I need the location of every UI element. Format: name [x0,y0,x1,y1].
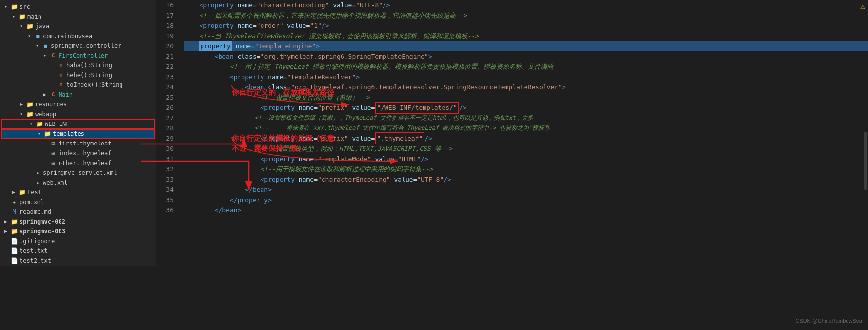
scroll-indicator[interactable] [864,132,867,190]
line-num-33: 33 [156,174,174,185]
expand-arrow: ▶ [18,100,25,109]
tree-label: webapp [35,109,156,119]
expand-arrow: ▾ [33,41,41,51]
line-num-34: 34 [156,185,174,195]
tree-item-springmvc-003[interactable]: ▶ 📁 springmvc-003 [0,227,156,236]
tree-label: haha():String [66,61,156,70]
code-line-16: <property name="characterEncoding" value… [184,0,868,10]
tree-item-index-thymeleaf[interactable]: ⊞ index.thymeleaf [0,148,156,158]
file-icon: 📄 [10,246,19,256]
line-num-24: 24 [156,82,174,92]
line-num-22: 22 [156,62,174,72]
tree-item-main[interactable]: ▾ 📁 main [0,12,156,21]
tree-label: springmvc-003 [20,227,156,236]
tree-item-main-class[interactable]: ▶ C Main [0,90,156,100]
tree-label: toIndex():String [66,80,156,90]
tree-item-java[interactable]: ▾ 📁 java [0,21,156,31]
file-icon: ✦ [33,178,42,187]
tree-item-templates[interactable]: ▾ 📁 templates [1,129,155,139]
code-line-36: </bean> [184,205,868,215]
tree-item-src[interactable]: ▾ 📁 src [0,2,156,12]
tree-item-test2-txt[interactable]: 📄 test2.txt [0,256,156,266]
folder-icon: 📁 [35,119,44,129]
tree-label: index.thymeleaf [59,148,156,158]
package-icon: ◼ [41,41,50,51]
tree-item-webapp[interactable]: ▾ 📁 webapp [0,109,156,119]
expand-arrow: ▶ [41,90,49,100]
tree-label: WEB-INF [45,119,154,129]
expand-arrow: ▾ [25,31,33,41]
expand-arrow: ▾ [18,21,25,31]
file-icon: ✦ [33,168,42,178]
line-num-31: 31 [156,154,174,164]
watermark: CSDN @ChinaRainbowSea [795,316,862,326]
line-num-23: 23 [156,72,174,82]
tree-item-gitignore[interactable]: 📄 .gitignore [0,236,156,246]
folder-icon: 📁 [10,2,19,12]
code-line-17: <!--如果配置多个视图解析器，它来决定优先使用哪个视图解析器，它的值越小优先级… [184,10,868,21]
line-numbers: 16 17 18 19 20 21 22 23 24 25 26 27 28 2… [156,0,178,330]
tree-item-pom-xml[interactable]: ✦ pom.xml [0,197,156,207]
line-num-19: 19 [156,31,174,41]
line-num-26: 26 [156,103,174,113]
line-num-16: 16 [156,0,174,10]
tree-item-com-rainbowsea[interactable]: ▾ ◼ com.rainbowsea [0,31,156,41]
annotation-prefix-text: 你自行定义的，存放模板发路径 [232,87,334,97]
tree-label: web.xml [43,178,156,187]
tree-label: java [35,21,156,31]
tree-label: templates [53,129,154,139]
tree-item-web-xml[interactable]: ✦ web.xml [0,178,156,187]
sidebar: ▾ 📁 src ▾ 📁 main ▾ 📁 java ▾ ◼ com.rainbo… [0,0,156,330]
code-line-35: </property> [184,195,868,205]
tree-item-springmvc-002[interactable]: ▶ 📁 springmvc-002 [0,217,156,227]
expand-arrow: ▶ [10,187,18,197]
tree-item-test-txt[interactable]: 📄 test.txt [0,246,156,256]
line-num-18: 18 [156,21,174,31]
file-icon: M [10,207,19,217]
tree-item-haha[interactable]: m haha():String [0,61,156,70]
tree-item-springmvc-controller[interactable]: ▾ ◼ springmvc.controller [0,41,156,51]
tree-item-web-inf[interactable]: ▾ 📁 WEB-INF [1,119,155,129]
line-num-36: 36 [156,205,174,215]
code-line-22: <!--用于指定 ThymeLeaf 模板引擎使用的模板解析器。模板解析器负责根… [184,62,868,72]
tree-item-other-thymeleaf[interactable]: ⊞ other.thymeleaf [0,158,156,168]
tree-item-springmvc-servlet-xml[interactable]: ✦ springmvc-servlet.xml [0,168,156,178]
package-icon: ◼ [33,31,42,41]
file-tree[interactable]: ▾ 📁 src ▾ 📁 main ▾ 📁 java ▾ ◼ com.rainbo… [0,0,156,266]
tree-item-firscontroller[interactable]: ▾ C FirsController [0,51,156,61]
method-icon: m [57,61,65,70]
expand-arrow: ▾ [10,12,18,21]
folder-icon: 📁 [10,227,19,236]
code-line-21: <bean class="org.thymeleaf.spring6.Sprin… [184,51,868,62]
file-icon: 📄 [10,236,19,246]
tree-label: FirsController [59,51,156,61]
line-num-20: 20 [156,41,174,51]
file-icon: ⊞ [49,148,58,158]
folder-icon: 📁 [25,109,34,119]
code-line-19: <!--当 ThymeleafViewResolver 渲染模板时，会使用该模板… [184,31,868,41]
tree-label: other.thymeleaf [59,158,156,168]
tree-label: src [20,2,156,12]
line-num-25: 25 [156,92,174,103]
tree-item-test[interactable]: ▶ 📁 test [0,187,156,197]
annotation-suffix-text: 你自行定义的模板的后缀（任意，不过，需要保持一致） [232,133,342,153]
file-icon: ⊞ [49,139,58,148]
tree-item-resources[interactable]: ▶ 📁 resources [0,100,156,109]
expand-arrow: ▾ [41,51,49,61]
tree-item-toindex[interactable]: m toIndex():String [0,80,156,90]
tree-label: test [27,187,156,197]
tree-item-first-thymeleaf[interactable]: ⊞ first.thymeleaf [0,139,156,148]
expand-arrow: ▾ [27,119,35,129]
tree-label: resources [35,100,156,109]
tree-item-readme-md[interactable]: M readme.md [0,207,156,217]
tree-label: springmvc-002 [20,217,156,227]
tree-label: test.txt [20,246,156,256]
tree-item-hehe[interactable]: m hehe():String [0,70,156,80]
code-line-18: <property name="order" value="1"/> [184,21,868,31]
folder-icon: 📁 [10,217,19,227]
code-area[interactable]: <property name="characterEncoding" value… [178,0,868,330]
folder-icon: 📁 [18,12,26,21]
file-icon: ✦ [10,197,19,207]
tree-label: hehe():String [66,70,156,80]
folder-icon: 📁 [18,187,26,197]
